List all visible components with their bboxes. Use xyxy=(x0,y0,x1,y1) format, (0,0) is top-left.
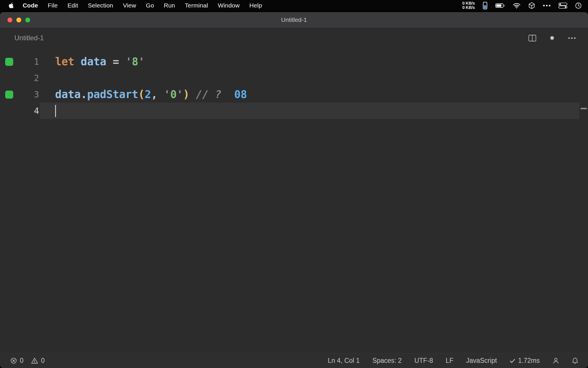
menu-item-selection[interactable]: Selection xyxy=(83,2,118,9)
menu-bar: Code File Edit Selection View Go Run Ter… xyxy=(0,0,588,11)
control-center-icon[interactable] xyxy=(558,3,567,9)
eol-setting[interactable]: LF xyxy=(446,357,453,365)
tab-untitled-1[interactable]: Untitled-1 xyxy=(14,34,44,42)
menu-item-view[interactable]: View xyxy=(118,2,141,9)
wifi-icon[interactable] xyxy=(513,3,521,9)
token-quote: ' xyxy=(138,55,145,68)
menu-item-help[interactable]: Help xyxy=(245,2,267,9)
menu-item-terminal[interactable]: Terminal xyxy=(180,2,213,9)
encoding-setting[interactable]: UTF-8 xyxy=(414,357,433,365)
problems-warnings[interactable]: 0 xyxy=(31,357,45,365)
notifications-bell-icon[interactable] xyxy=(572,357,578,364)
token-comment: // ? xyxy=(189,88,221,101)
more-actions-icon[interactable] xyxy=(568,37,576,39)
token-string: 8 xyxy=(132,55,138,68)
quokka-timing-value: 1.72ms xyxy=(518,357,540,365)
token-quote: ' xyxy=(125,55,132,68)
network-up-label: 0 KB/s xyxy=(462,1,475,5)
code-line-2: 2 xyxy=(0,70,588,86)
token-paren-open: ( xyxy=(138,88,145,101)
unsaved-dot-icon[interactable] xyxy=(550,36,554,40)
quokka-coverage-marker xyxy=(5,58,13,66)
token-comma: , xyxy=(151,88,164,101)
battery-icon[interactable] xyxy=(495,3,505,8)
more-menu-icon[interactable] xyxy=(543,5,551,7)
traffic-lights xyxy=(7,12,30,28)
cursor-position[interactable]: Ln 4, Col 1 xyxy=(328,357,360,365)
token-keyword: let xyxy=(55,55,81,68)
problems-errors[interactable]: 0 xyxy=(10,357,24,365)
menu-item-edit[interactable]: Edit xyxy=(63,2,83,9)
token-quote: ' xyxy=(177,88,183,101)
code-line-3: 3 data.padStart(2, '0') // ? 08 xyxy=(0,86,588,103)
code-line-4-active: 4 xyxy=(0,103,588,119)
split-editor-icon[interactable] xyxy=(528,34,536,42)
token-operator: = xyxy=(113,55,126,68)
language-mode[interactable]: JavaScript xyxy=(466,357,497,365)
menu-item-run[interactable]: Run xyxy=(159,2,180,9)
quokka-inline-result: 08 xyxy=(221,88,247,101)
clock-icon[interactable] xyxy=(575,2,582,9)
token-variable: data xyxy=(81,55,113,68)
warning-icon xyxy=(31,357,38,364)
warning-count: 0 xyxy=(41,357,45,365)
token-dot: . xyxy=(81,88,87,101)
network-speed-status[interactable]: 0 KB/s 0 KB/s xyxy=(462,1,475,10)
window-title: Untitled-1 xyxy=(281,16,307,23)
vscode-window: Untitled-1 Untitled-1 1 let data = '8' xyxy=(0,12,588,368)
minimize-button[interactable] xyxy=(16,18,21,22)
token-method: padStart xyxy=(87,88,138,101)
window-titlebar[interactable]: Untitled-1 xyxy=(0,12,588,28)
token-quote: ' xyxy=(164,88,170,101)
line-number[interactable]: 3 xyxy=(18,89,39,99)
network-down-label: 0 KB/s xyxy=(462,5,475,10)
menu-item-window[interactable]: Window xyxy=(213,2,245,9)
text-cursor xyxy=(55,105,56,117)
line-number-active[interactable]: 4 xyxy=(18,106,39,116)
code-text: let data = '8' xyxy=(55,55,588,68)
feedback-icon[interactable] xyxy=(552,357,559,364)
cube-icon[interactable] xyxy=(528,2,535,9)
apple-menu-icon[interactable] xyxy=(9,2,14,9)
close-button[interactable] xyxy=(7,18,12,22)
line-number[interactable]: 2 xyxy=(18,73,39,83)
token-string: 0 xyxy=(170,88,177,101)
editor-header: Untitled-1 xyxy=(0,28,588,48)
token-object: data xyxy=(55,88,81,101)
token-paren-close: ) xyxy=(183,88,189,101)
indentation-setting[interactable]: Spaces: 2 xyxy=(372,357,402,365)
error-count: 0 xyxy=(20,357,24,365)
quokka-timing[interactable]: 1.72ms xyxy=(510,357,540,365)
menu-item-go[interactable]: Go xyxy=(141,2,159,9)
iphone-battery-icon[interactable] xyxy=(483,2,488,9)
check-icon xyxy=(510,358,515,363)
error-icon xyxy=(10,357,17,364)
menu-item-code[interactable]: Code xyxy=(18,2,43,9)
line-number[interactable]: 1 xyxy=(18,57,39,67)
code-line-1: 1 let data = '8' xyxy=(0,53,588,70)
code-text: data.padStart(2, '0') // ? 08 xyxy=(55,88,588,101)
menu-item-file[interactable]: File xyxy=(43,2,63,9)
zoom-button[interactable] xyxy=(25,18,30,22)
status-bar: 0 0 Ln 4, Col 1 Spaces: 2 UTF-8 LF JavaS… xyxy=(0,353,588,368)
quokka-coverage-marker xyxy=(5,91,13,99)
editor-surface[interactable]: 1 let data = '8' 2 3 data.padStart(2, '0… xyxy=(0,48,588,353)
token-number: 2 xyxy=(145,88,151,101)
